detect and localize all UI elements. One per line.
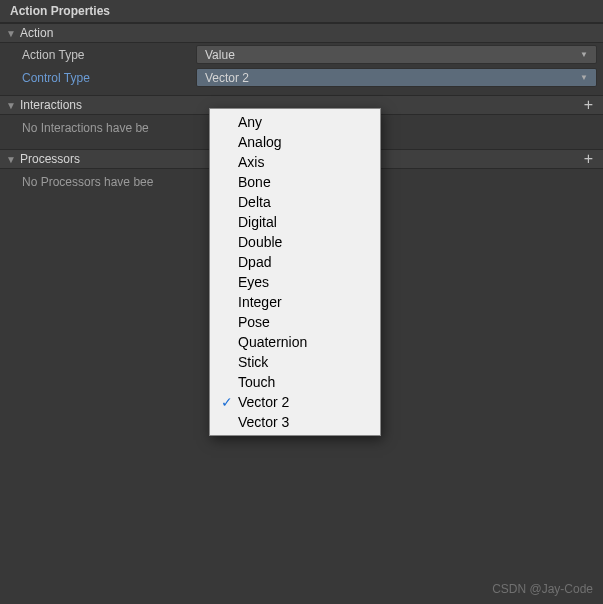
chevron-down-icon: ▼: [580, 73, 588, 82]
foldout-icon: ▼: [6, 28, 18, 39]
option-label: Vector 2: [238, 394, 289, 410]
control-type-dropdown[interactable]: Vector 2 ▼: [196, 68, 597, 87]
control-type-option[interactable]: Dpad: [210, 252, 380, 272]
option-label: Axis: [238, 154, 264, 170]
option-label: Any: [238, 114, 262, 130]
option-label: Digital: [238, 214, 277, 230]
action-type-value: Value: [205, 48, 580, 62]
chevron-down-icon: ▼: [580, 50, 588, 59]
option-label: Delta: [238, 194, 271, 210]
option-label: Bone: [238, 174, 271, 190]
option-label: Stick: [238, 354, 268, 370]
option-label: Integer: [238, 294, 282, 310]
control-type-option[interactable]: Digital: [210, 212, 380, 232]
control-type-option[interactable]: Integer: [210, 292, 380, 312]
field-action-type: Action Type Value ▼: [0, 43, 603, 66]
watermark: CSDN @Jay-Code: [492, 582, 593, 596]
control-type-option[interactable]: Double: [210, 232, 380, 252]
option-label: Pose: [238, 314, 270, 330]
option-label: Vector 3: [238, 414, 289, 430]
control-type-value: Vector 2: [205, 71, 580, 85]
control-type-option[interactable]: Quaternion: [210, 332, 380, 352]
action-type-label: Action Type: [22, 48, 196, 62]
option-label: Quaternion: [238, 334, 307, 350]
control-type-option[interactable]: Stick: [210, 352, 380, 372]
check-icon: ✓: [216, 394, 238, 410]
control-type-popup: AnyAnalogAxisBoneDeltaDigitalDoubleDpadE…: [209, 108, 381, 436]
add-processor-button[interactable]: +: [580, 153, 597, 165]
panel-title: Action Properties: [0, 0, 603, 23]
foldout-icon: ▼: [6, 100, 18, 111]
option-label: Double: [238, 234, 282, 250]
control-type-option[interactable]: Bone: [210, 172, 380, 192]
control-type-option[interactable]: Axis: [210, 152, 380, 172]
control-type-option[interactable]: Delta: [210, 192, 380, 212]
option-label: Dpad: [238, 254, 271, 270]
control-type-option[interactable]: ✓Vector 2: [210, 392, 380, 412]
add-interaction-button[interactable]: +: [580, 99, 597, 111]
control-type-option[interactable]: Analog: [210, 132, 380, 152]
section-title-action: Action: [20, 26, 597, 40]
field-control-type: Control Type Vector 2 ▼: [0, 66, 603, 89]
control-type-option[interactable]: Touch: [210, 372, 380, 392]
control-type-option[interactable]: Vector 3: [210, 412, 380, 432]
foldout-icon: ▼: [6, 154, 18, 165]
control-type-label: Control Type: [22, 71, 196, 85]
control-type-option[interactable]: Any: [210, 112, 380, 132]
option-label: Eyes: [238, 274, 269, 290]
control-type-option[interactable]: Pose: [210, 312, 380, 332]
option-label: Touch: [238, 374, 275, 390]
action-type-dropdown[interactable]: Value ▼: [196, 45, 597, 64]
control-type-option[interactable]: Eyes: [210, 272, 380, 292]
option-label: Analog: [238, 134, 282, 150]
section-header-action[interactable]: ▼ Action: [0, 23, 603, 43]
